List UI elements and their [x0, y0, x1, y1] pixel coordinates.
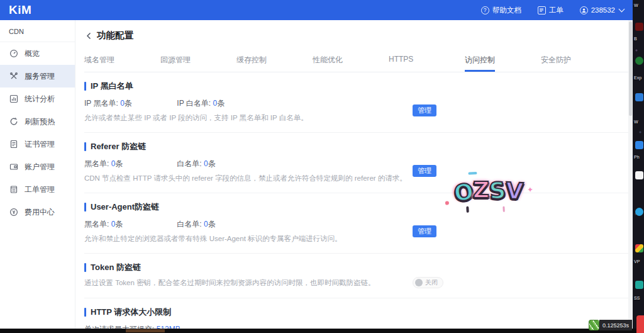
manage-user-agent-button[interactable]: 管理	[413, 225, 436, 237]
desktop-app-icon[interactable]	[635, 23, 643, 31]
sidebar-item-label: 刷新预热	[25, 116, 55, 127]
main-content: 功能配置 域名管理 回源管理 缓存控制 性能优化 HTTPS 访问控制 安全防护…	[76, 20, 633, 329]
sidebar-item-label: 服务管理	[25, 71, 55, 82]
back-button[interactable]	[85, 31, 92, 40]
manage-ip-list-button[interactable]: 管理	[413, 104, 436, 116]
tab-domain-management[interactable]: 域名管理	[84, 48, 160, 72]
section-row: 单次请求最大可提交: 512MB 限制单次请求体的内容大小，避免恶意用户提交非法…	[84, 324, 629, 329]
desktop-icon-label: Exp	[634, 76, 641, 81]
work-order-link[interactable]: 工单	[538, 6, 564, 15]
sidebar-item-account[interactable]: 账户管理	[0, 155, 75, 178]
desktop-app-icon[interactable]	[635, 141, 643, 149]
section-title: HTTP 请求体大小限制	[91, 307, 171, 318]
user-avatar-icon	[580, 6, 588, 14]
load-time-value: 0.125253s	[599, 320, 632, 330]
desktop-app-icon[interactable]	[635, 208, 643, 216]
sidebar-item-label: 工单管理	[25, 184, 55, 195]
refresh-icon	[9, 117, 18, 126]
ip-blacklist-count: IP 黑名单: 0条	[84, 98, 175, 109]
scrollbar-thumb[interactable]	[629, 21, 632, 116]
account-id: 238532	[591, 6, 615, 14]
token-toggle-switch[interactable]: 关闭	[413, 277, 443, 288]
account-card-icon	[9, 162, 18, 171]
desktop-app-icon[interactable]	[635, 93, 643, 101]
bar-chart-icon	[9, 94, 18, 103]
sidebar-item-service-management[interactable]: 服务管理	[0, 65, 75, 87]
max-body-size: 单次请求最大可提交: 512MB	[84, 324, 180, 329]
sidebar-item-work-orders[interactable]: 工单管理	[0, 178, 75, 201]
page-load-badge: 0.125253s	[589, 320, 632, 330]
desktop-app-icon[interactable]	[635, 244, 643, 252]
desktop-app-icon[interactable]	[635, 57, 643, 65]
desktop-app-icon[interactable]	[635, 171, 643, 179]
desktop-edge-strip: W B Exp W Ph VP SS	[633, 0, 644, 333]
sidebar-item-refresh-prefetch[interactable]: 刷新预热	[0, 110, 75, 133]
section-description: CDN 节点检查 HTTP 请求头中的 referer 字段的信息，禁止或者允许…	[84, 174, 413, 183]
section-http-body-size: HTTP 请求体大小限制 单次请求最大可提交: 512MB 限制单次请求体的内容…	[84, 298, 629, 329]
section-title: Token 防盗链	[91, 262, 141, 273]
section-title: User-Agent防盗链	[91, 201, 159, 213]
top-navbar: KiM ? 帮助文档 工单 238532	[0, 0, 633, 20]
brand-logo: KiM	[9, 3, 31, 17]
tab-bar: 域名管理 回源管理 缓存控制 性能优化 HTTPS 访问控制 安全防护	[84, 48, 629, 72]
section-user-agent: User-Agent防盗链 黑名单: 0条 白名单: 0条 允许和禁止特定的浏览…	[84, 193, 629, 254]
desktop-icon-label: W	[634, 3, 638, 8]
tab-cache-control[interactable]: 缓存控制	[236, 48, 313, 72]
desktop-icon-label: VP	[634, 259, 640, 264]
section-title-row: User-Agent防盗链	[84, 201, 629, 213]
section-title-row: HTTP 请求体大小限制	[84, 307, 629, 318]
taskbar-red-icon[interactable]	[636, 315, 644, 333]
tools-icon	[9, 72, 18, 81]
section-accent-bar	[84, 82, 86, 91]
tab-security[interactable]: 安全防护	[541, 48, 617, 72]
section-title-row: Token 防盗链	[84, 262, 629, 273]
page-scrollbar[interactable]	[628, 20, 633, 329]
bottom-edge-segment	[126, 329, 165, 332]
sidebar-item-certificate[interactable]: 证书管理	[0, 133, 75, 155]
section-title-row: IP 黑白名单	[84, 81, 629, 92]
desktop-app-icon[interactable]	[635, 281, 643, 289]
field-values: 黑名单: 0条 白名单: 0条	[84, 219, 413, 230]
sidebar: CDN 概览 服务管理 统计分析 刷新预热 证书管理 账户管理 工单管理	[0, 20, 75, 329]
sidebar-item-label: 证书管理	[25, 139, 55, 150]
tab-https[interactable]: HTTPS	[389, 48, 465, 72]
work-order-label: 工单	[549, 6, 564, 15]
section-row: 黑名单: 0条 白名单: 0条 允许和禁止特定的浏览器或者带有特殊 User-A…	[84, 219, 629, 244]
section-body: 单次请求最大可提交: 512MB 限制单次请求体的内容大小，避免恶意用户提交非法…	[84, 324, 413, 329]
sidebar-item-overview[interactable]: 概览	[0, 42, 75, 65]
gauge-icon	[9, 49, 18, 58]
section-title-row: Referer 防盗链	[84, 141, 629, 152]
section-body: 黑名单: 0条 白名单: 0条 允许和禁止特定的浏览器或者带有特殊 User-A…	[84, 219, 413, 244]
sidebar-item-billing[interactable]: 费用中心	[0, 201, 75, 223]
manage-referer-button[interactable]: 管理	[413, 165, 436, 177]
work-order-icon	[538, 6, 546, 14]
sidebar-item-statistics[interactable]: 统计分析	[0, 87, 75, 110]
tab-access-control[interactable]: 访问控制	[465, 48, 541, 72]
bottom-window-edge	[0, 329, 644, 333]
navbar-right: ? 帮助文档 工单 238532	[481, 6, 624, 15]
ip-whitelist-count: IP 白名单: 0条	[177, 98, 225, 109]
sidebar-item-label: 账户管理	[25, 162, 55, 172]
sidebar-item-label: 概览	[25, 48, 40, 59]
section-row: IP 黑名单: 0条 IP 白名单: 0条 允许或者禁止某些 IP 或者 IP …	[84, 98, 629, 123]
toggle-state-label: 关闭	[425, 278, 438, 287]
section-title: Referer 防盗链	[91, 141, 146, 152]
desktop-icon-label: B	[634, 37, 637, 42]
desktop-icon-label: W	[634, 120, 638, 125]
help-docs-link[interactable]: ? 帮助文档	[481, 6, 521, 15]
app-screen: KiM ? 帮助文档 工单 238532 CDN	[0, 0, 644, 333]
tab-origin-management[interactable]: 回源管理	[160, 48, 236, 72]
ticket-list-icon	[9, 185, 18, 194]
account-menu[interactable]: 238532	[580, 6, 624, 14]
referer-blacklist-count: 黑名单: 0条	[84, 159, 175, 169]
section-description: 通过设置 Token 密钥，配合签名过期时间来控制资源内容的访问时限，也即时间戳…	[84, 278, 413, 288]
section-description: 允许或者禁止某些 IP 或者 IP 段的访问，支持 IP 黑名单和 IP 白名单…	[84, 113, 413, 123]
page-title: 功能配置	[97, 30, 133, 42]
fee-center-icon	[9, 208, 18, 217]
section-referer: Referer 防盗链 黑名单: 0条 白名单: 0条 CDN 节点检查 HTT…	[84, 133, 629, 193]
tab-performance[interactable]: 性能优化	[313, 48, 389, 72]
field-values: 单次请求最大可提交: 512MB	[84, 324, 413, 329]
section-body: IP 黑名单: 0条 IP 白名单: 0条 允许或者禁止某些 IP 或者 IP …	[84, 98, 413, 123]
desktop-icon-label: Ph	[634, 155, 640, 160]
product-name: CDN	[0, 20, 75, 42]
